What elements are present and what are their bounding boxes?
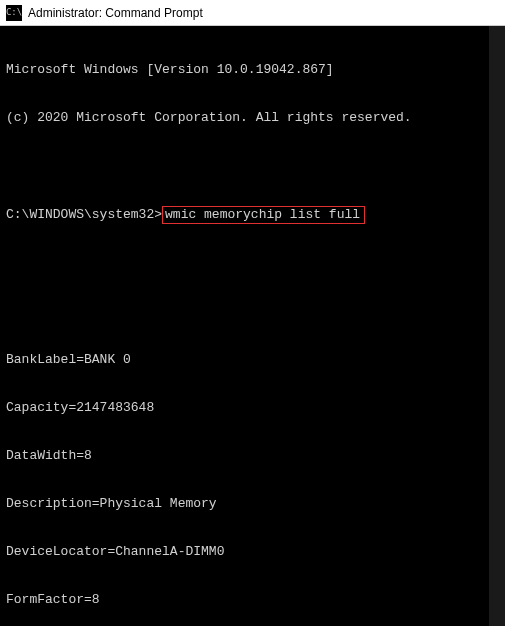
blank-line <box>6 304 499 320</box>
header-line-2: (c) 2020 Microsoft Corporation. All righ… <box>6 110 499 126</box>
vertical-scrollbar[interactable] <box>489 26 505 626</box>
output-line: FormFactor=8 <box>6 592 499 608</box>
output-line: DataWidth=8 <box>6 448 499 464</box>
cmd-icon: C:\ <box>6 5 22 21</box>
blank-line <box>6 256 499 272</box>
command-highlight: wmic memorychip list full <box>162 206 365 224</box>
output-line: DeviceLocator=ChannelA-DIMM0 <box>6 544 499 560</box>
prompt-line: C:\WINDOWS\system32>wmic memorychip list… <box>6 206 499 224</box>
typed-command: wmic memorychip list full <box>165 207 360 222</box>
output-line: BankLabel=BANK 0 <box>6 352 499 368</box>
terminal-area[interactable]: Microsoft Windows [Version 10.0.19042.86… <box>0 26 505 626</box>
output-line: Description=Physical Memory <box>6 496 499 512</box>
blank-line <box>6 158 499 174</box>
window-titlebar[interactable]: C:\ Administrator: Command Prompt <box>0 0 505 26</box>
header-line-1: Microsoft Windows [Version 10.0.19042.86… <box>6 62 499 78</box>
window-title: Administrator: Command Prompt <box>28 6 203 20</box>
output-line: Capacity=2147483648 <box>6 400 499 416</box>
prompt-path: C:\WINDOWS\system32> <box>6 207 162 223</box>
